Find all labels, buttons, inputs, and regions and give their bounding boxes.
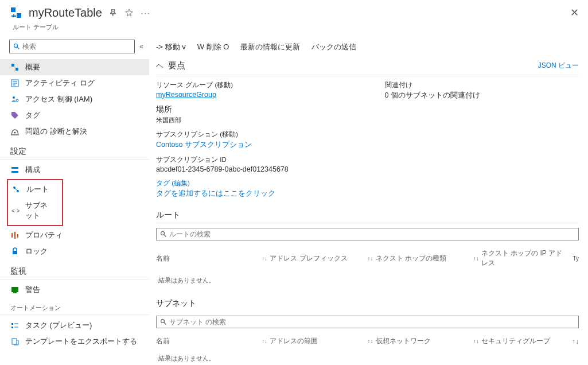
col-vnet[interactable]: ↑↓仮想ネットワーク xyxy=(368,336,473,346)
cmd-refresh[interactable]: 最新の情報に更新 xyxy=(240,42,300,52)
nav-label: ロック xyxy=(25,246,48,257)
cmd-feedback[interactable]: バックの送信 xyxy=(311,42,356,52)
diagnose-icon xyxy=(10,127,20,136)
routes-search-input[interactable] xyxy=(169,230,575,238)
nav-locks[interactable]: ロック xyxy=(0,243,149,259)
svg-point-2 xyxy=(14,44,18,48)
export-template-icon xyxy=(10,337,20,346)
col-hop-ip[interactable]: ↑↓ネクスト ホップの IP アドレスTy xyxy=(473,248,579,268)
sidebar: « 概要 アクティビティ ログ アクセス 制御 (IAM) タグ 問題の 診断と… xyxy=(0,37,149,365)
subnets-no-results: 結果はありません。 xyxy=(156,350,579,365)
svg-point-31 xyxy=(161,320,165,323)
highlighted-nav-group: ルート <·> サブネット xyxy=(7,179,63,226)
tags-icon xyxy=(10,111,20,120)
col-name[interactable]: 名前 xyxy=(156,248,262,268)
nav-tags[interactable]: タグ xyxy=(0,107,149,123)
blade-header: myRouteTable ··· ✕ xyxy=(0,0,588,23)
essentials-header[interactable]: ヘ 要点 JSON ビュー xyxy=(156,58,579,75)
sub-label: サブスクリプション (移動) xyxy=(156,130,351,139)
rg-value[interactable]: myResourceGroup xyxy=(156,91,351,99)
nav-label: プロパティ xyxy=(25,230,63,240)
more-icon[interactable]: ··· xyxy=(141,9,151,17)
nav-subnets[interactable]: <·> サブネット xyxy=(8,197,62,224)
svg-line-32 xyxy=(164,323,166,325)
essentials-label: 要点 xyxy=(168,60,185,71)
chevron-up-icon: ヘ xyxy=(156,61,163,71)
assoc-value: 0 個のサブネットの関連付け xyxy=(385,91,579,100)
subnets-search[interactable] xyxy=(156,316,579,328)
svg-point-29 xyxy=(161,232,165,235)
col-range[interactable]: ↑↓アドレスの範囲 xyxy=(262,336,367,346)
svg-rect-26 xyxy=(11,327,13,328)
nav-properties[interactable]: プロパティ xyxy=(0,227,149,243)
col-sg[interactable]: ↑↓セキュリティグループ↑↓ xyxy=(473,336,579,346)
svg-rect-5 xyxy=(15,68,18,71)
sub-id-value: abcdef01-2345-6789-0abc-def012345678 xyxy=(156,165,351,173)
routes-section-title: ルート xyxy=(156,204,579,223)
close-icon[interactable]: ✕ xyxy=(570,6,579,19)
cmd-delete[interactable]: W 削除 O xyxy=(197,42,229,52)
route-table-icon xyxy=(9,6,23,20)
sub-value[interactable]: Contoso サブスクリプション xyxy=(156,140,351,150)
activity-log-icon xyxy=(10,79,20,88)
configuration-icon xyxy=(10,165,20,174)
svg-rect-21 xyxy=(13,251,17,254)
nav-configuration[interactable]: 構成 xyxy=(0,162,149,178)
subnets-icon: <·> xyxy=(11,208,20,214)
tags-label[interactable]: タグ (編集) xyxy=(156,179,351,188)
sidebar-search-input[interactable] xyxy=(22,42,131,51)
tags-value[interactable]: タグを追加するにはここをクリック xyxy=(156,189,351,199)
svg-rect-22 xyxy=(11,287,18,292)
subnets-table-head: 名前 ↑↓アドレスの範囲 ↑↓仮想ネットワーク ↑↓セキュリティグループ↑↓ xyxy=(156,333,579,350)
location-value: 米国西部 xyxy=(156,116,351,125)
col-hop-type[interactable]: ↑↓ネクスト ホップの種類 xyxy=(368,248,473,268)
routes-icon xyxy=(11,185,21,194)
col-prefix[interactable]: ↑↓アドレス プレフィックス xyxy=(262,248,367,268)
svg-rect-14 xyxy=(11,171,18,173)
routes-search[interactable] xyxy=(156,228,579,240)
access-control-icon xyxy=(10,95,20,104)
routes-no-results: 結果はありません。 xyxy=(156,271,579,293)
section-automation: オートメーション xyxy=(0,298,149,315)
lock-icon xyxy=(10,247,20,256)
nav-activity-log[interactable]: アクティビティ ログ xyxy=(0,75,149,91)
favorite-icon[interactable] xyxy=(125,9,133,17)
nav-overview[interactable]: 概要 xyxy=(0,59,149,75)
svg-point-12 xyxy=(14,132,16,134)
nav-label: ルート xyxy=(26,184,49,195)
page-subtitle: ルート テーブル xyxy=(0,23,588,37)
svg-point-11 xyxy=(16,99,18,102)
svg-line-30 xyxy=(164,235,166,237)
nav-label: 概要 xyxy=(25,62,40,72)
svg-rect-1 xyxy=(17,13,21,18)
json-view-link[interactable]: JSON ビュー xyxy=(538,61,579,71)
tasks-icon xyxy=(10,321,20,330)
svg-rect-24 xyxy=(11,323,13,325)
pin-icon[interactable] xyxy=(109,9,117,17)
nav-label: 問題の 診断と解決 xyxy=(25,126,87,137)
nav-label: テンプレートをエクスポートする xyxy=(25,336,137,347)
nav-access-control[interactable]: アクセス 制御 (IAM) xyxy=(0,91,149,107)
routes-table-head: 名前 ↑↓アドレス プレフィックス ↑↓ネクスト ホップの種類 ↑↓ネクスト ホ… xyxy=(156,245,579,271)
sidebar-search[interactable] xyxy=(9,40,135,53)
nav-diagnose[interactable]: 問題の 診断と解決 xyxy=(0,123,149,139)
alerts-icon xyxy=(10,285,20,294)
subnets-search-input[interactable] xyxy=(169,318,575,326)
col-name[interactable]: 名前 xyxy=(156,336,262,346)
nav-routes[interactable]: ルート xyxy=(8,181,62,197)
nav-tasks[interactable]: タスク (プレビュー) xyxy=(0,317,149,333)
svg-rect-0 xyxy=(11,7,15,12)
section-settings: 設定 xyxy=(0,139,149,160)
collapse-sidebar-icon[interactable]: « xyxy=(139,42,143,51)
nav-label: 警告 xyxy=(25,285,40,295)
sub-id-label: サブスクリプション ID xyxy=(156,156,351,164)
svg-point-10 xyxy=(13,96,15,99)
page-title: myRouteTable xyxy=(29,6,102,20)
nav-export-template[interactable]: テンプレートをエクスポートする xyxy=(0,333,149,350)
location-label: 場所 xyxy=(156,104,351,115)
cmd-move[interactable]: -> 移動 v xyxy=(156,42,186,52)
nav-label: タスク (プレビュー) xyxy=(25,320,92,331)
svg-rect-28 xyxy=(12,339,17,344)
nav-alerts[interactable]: 警告 xyxy=(0,282,149,298)
section-monitoring: 監視 xyxy=(0,259,149,279)
